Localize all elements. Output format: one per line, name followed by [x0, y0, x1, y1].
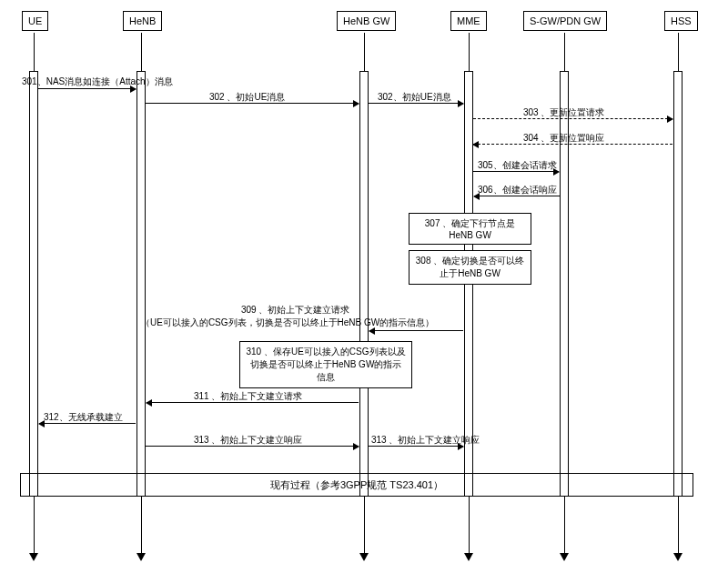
end-arrow-henbgw — [359, 553, 369, 561]
end-arrow-hss — [673, 553, 682, 561]
participant-ue: UE — [22, 11, 48, 31]
label-305: 305、创建会话请求 — [478, 159, 557, 172]
label-301: 301、NAS消息如连接（Attach）消息 — [22, 75, 167, 88]
note-310: 310 、保存UE可以接入的CSG列表以及切换是否可以终止于HeNB GW的指示… — [239, 341, 412, 388]
label-313a: 313 、初始上下文建立响应 — [194, 434, 302, 447]
note-308: 308 、确定切换是否可以终止于HeNB GW — [409, 250, 531, 285]
end-arrow-henb — [136, 553, 146, 561]
participant-henb: HeNB — [123, 11, 162, 31]
label-304: 304 、更新位置响应 — [523, 132, 604, 145]
label-313b: 313 、初始上下文建立响应 — [371, 434, 480, 447]
note-307: 307 、确定下行节点是HeNB GW — [409, 213, 531, 245]
activation-ue — [29, 71, 38, 497]
end-arrow-mme — [464, 553, 473, 561]
label-302a: 302 、初始UE消息 — [209, 91, 285, 104]
activation-hss — [673, 71, 682, 497]
arrow-309 — [369, 330, 463, 331]
activation-henbgw — [359, 71, 369, 497]
final-process-box: 现有过程（参考3GPP规范 TS23.401） — [20, 473, 693, 497]
end-arrow-ue — [29, 553, 38, 561]
end-arrow-sgw — [560, 553, 569, 561]
participant-hss: HSS — [664, 11, 698, 31]
participant-henbgw: HeNB GW — [337, 11, 396, 31]
participant-sgw: S-GW/PDN GW — [523, 11, 607, 31]
activation-henb — [136, 71, 146, 497]
label-309sub: （UE可以接入的CSG列表，切换是否可以终止于HeNB GW的指示信息） — [141, 317, 434, 329]
label-309: 309 、初始上下文建立请求 — [241, 304, 349, 317]
label-306: 306、创建会话响应 — [478, 184, 557, 196]
label-303: 303 、更新位置请求 — [523, 106, 604, 119]
label-302b: 302、初始UE消息 — [378, 91, 451, 104]
participant-mme: MME — [450, 11, 487, 31]
arrow-301 — [38, 88, 136, 89]
label-312: 312、无线承载建立 — [44, 411, 123, 424]
label-311: 311 、初始上下文建立请求 — [194, 390, 302, 403]
